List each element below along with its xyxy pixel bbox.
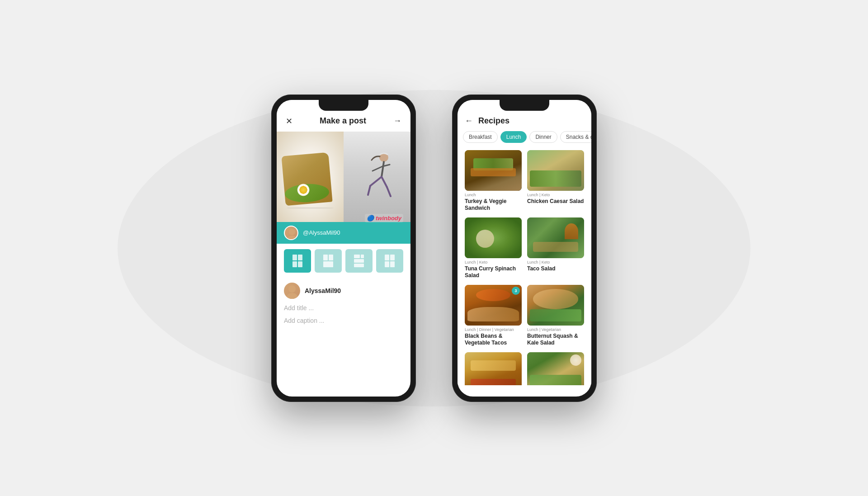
phones-container: ✕ Make a post →	[271, 94, 597, 402]
recipe-img-6	[527, 285, 584, 326]
recipe-card-3[interactable]: Lunch | Keto Tuna Curry Spinach Salad	[462, 215, 524, 282]
recipe-img-1	[465, 150, 522, 191]
category-dinner[interactable]: Dinner	[529, 131, 557, 143]
recipe-img-8	[527, 352, 584, 385]
layout-btn-rows[interactable]	[345, 249, 373, 273]
recipe-badge-5: 3	[512, 287, 520, 295]
recipe-name-6: Butternut Squash & Kale Salad	[527, 333, 584, 347]
phone-notch-right	[500, 100, 549, 111]
recipe-card-7[interactable]: Lunch | Keto Chicken BLT Sandwich	[462, 350, 524, 385]
user-name-post: AlyssaMil90	[305, 287, 341, 294]
svg-line-1	[382, 162, 384, 177]
close-icon[interactable]: ✕	[286, 116, 292, 126]
recipe-tag-5: Lunch | Dinner | Vegetarian	[465, 327, 522, 332]
recipe-tag-4: Lunch | Keto	[527, 260, 584, 265]
post-title-input[interactable]: Add title ...	[277, 302, 410, 314]
post-images-grid	[277, 132, 410, 222]
runner-img	[344, 132, 410, 222]
recipe-name-3: Tuna Curry Spinach Salad	[465, 265, 522, 279]
svg-line-5	[368, 186, 370, 195]
recipe-card-5[interactable]: 3 Lunch | Dinner | Vegetarian Black Bean…	[462, 282, 524, 350]
phone-notch-left	[319, 100, 368, 111]
layout-btn-2col[interactable]	[284, 249, 311, 273]
recipe-tag-3: Lunch | Keto	[465, 260, 522, 265]
recipe-name-2: Chicken Caesar Salad	[527, 198, 584, 205]
recipe-card-4[interactable]: Lunch | Keto Taco Salad	[524, 215, 587, 282]
svg-line-6	[382, 177, 387, 187]
recipe-tag-2: Lunch | Keto	[527, 193, 584, 197]
recipe-name-1: Turkey & Veggie Sandwich	[465, 198, 522, 212]
food-plate-img	[277, 132, 344, 222]
right-phone-screen: ← Recipes Breakfast Lunch Dinner Snacks …	[458, 100, 591, 397]
post-image-runner[interactable]	[344, 132, 410, 222]
category-lunch[interactable]: Lunch	[500, 131, 527, 143]
twinbody-overlay: 🔵 twinbody @AlyssaMil90	[277, 222, 410, 244]
recipe-card-1[interactable]: Lunch Turkey & Veggie Sandwich	[462, 147, 524, 215]
right-phone: ← Recipes Breakfast Lunch Dinner Snacks …	[452, 94, 597, 402]
layout-templates	[277, 244, 410, 278]
svg-line-7	[387, 187, 391, 196]
recipes-categories: Breakfast Lunch Dinner Snacks & desserts…	[458, 131, 591, 147]
recipe-img-2	[527, 150, 584, 191]
svg-line-2	[373, 166, 382, 171]
recipes-title: Recipes	[478, 116, 509, 126]
post-caption-input[interactable]: Add caption ...	[277, 314, 410, 327]
recipe-tag-6: Lunch | Vegetarian	[527, 327, 584, 332]
svg-point-9	[287, 236, 297, 240]
svg-point-11	[286, 293, 298, 299]
twinbody-logo-ball: 🔵	[367, 215, 374, 222]
recipe-img-7	[465, 352, 522, 385]
user-handle: @AlyssaMil90	[303, 229, 340, 236]
recipe-card-8[interactable]: Lunch | Dinner Chicken & Lentil Salad	[524, 350, 587, 385]
twinbody-logo: 🔵 twinbody	[365, 214, 403, 222]
category-breakfast[interactable]: Breakfast	[463, 131, 498, 143]
post-title: Make a post	[320, 116, 366, 126]
category-snacks[interactable]: Snacks & desserts	[560, 131, 591, 143]
layout-btn-4grid[interactable]	[376, 249, 403, 273]
recipe-name-5: Black Beans & Vegetable Tacos	[465, 333, 522, 347]
post-image-food[interactable]	[277, 132, 344, 222]
svg-line-4	[370, 177, 382, 186]
user-avatar-post	[284, 283, 300, 299]
svg-point-10	[288, 285, 296, 293]
recipe-card-6[interactable]: Lunch | Vegetarian Butternut Squash & Ka…	[524, 282, 587, 350]
layout-btn-mixed[interactable]	[315, 249, 342, 273]
svg-point-8	[289, 229, 295, 235]
recipe-name-4: Taco Salad	[527, 265, 584, 273]
forward-arrow-icon[interactable]: →	[393, 116, 401, 126]
recipes-grid: Lunch Turkey & Veggie Sandwich Lunch | K…	[458, 147, 591, 385]
recipe-card-2[interactable]: Lunch | Keto Chicken Caesar Salad	[524, 147, 587, 215]
recipe-tag-1: Lunch	[465, 193, 522, 197]
user-avatar-overlay	[284, 226, 298, 240]
left-phone-screen: ✕ Make a post →	[277, 100, 410, 397]
back-arrow-icon[interactable]: ←	[465, 116, 473, 126]
post-user-row: AlyssaMil90	[277, 278, 410, 302]
recipe-img-3	[465, 217, 522, 258]
recipe-img-4	[527, 217, 584, 258]
left-phone: ✕ Make a post →	[271, 94, 416, 402]
